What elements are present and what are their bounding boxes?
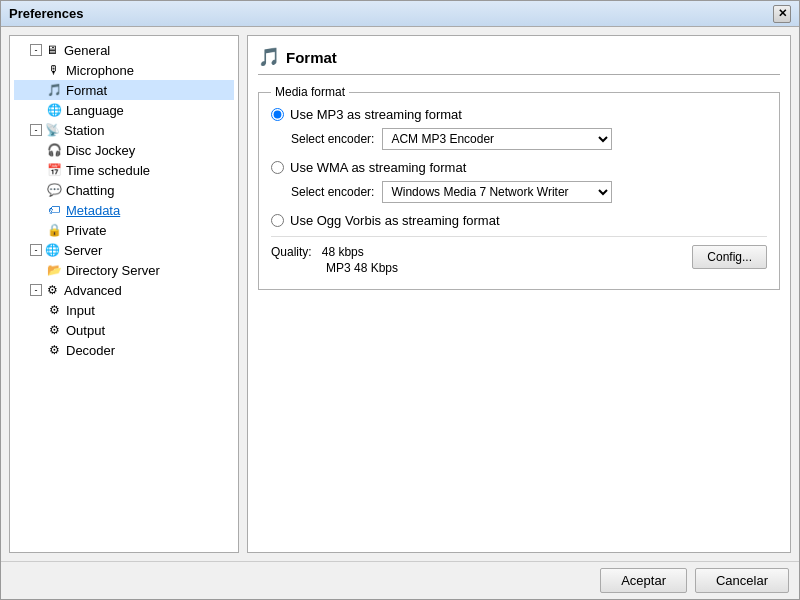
mp3-encoder-label: Select encoder: (291, 132, 374, 146)
sidebar-item-private[interactable]: 🔒 Private (14, 220, 234, 240)
advanced-icon: ⚙ (44, 282, 60, 298)
sidebar-label-station: Station (64, 123, 104, 138)
sidebar-label-format: Format (66, 83, 107, 98)
time-schedule-icon: 📅 (46, 162, 62, 178)
mp3-radio-row: Use MP3 as streaming format (271, 107, 767, 122)
close-button[interactable]: ✕ (773, 5, 791, 23)
sidebar-label-metadata: Metadata (66, 203, 120, 218)
sidebar-item-advanced[interactable]: - ⚙ Advanced (14, 280, 234, 300)
ogg-radio-row: Use Ogg Vorbis as streaming format (271, 213, 767, 228)
sidebar-label-language: Language (66, 103, 124, 118)
expand-station[interactable]: - (30, 124, 42, 136)
sidebar-item-decoder[interactable]: ⚙ Decoder (14, 340, 234, 360)
group-legend: Media format (271, 85, 349, 99)
sidebar-label-private: Private (66, 223, 106, 238)
disc-jockey-icon: 🎧 (46, 142, 62, 158)
quality-kbps: Quality: 48 kbps (271, 245, 398, 259)
microphone-icon: 🎙 (46, 62, 62, 78)
preferences-window: Preferences ✕ - 🖥 General 🎙 Microphone 🎵… (0, 0, 800, 600)
station-icon: 📡 (44, 122, 60, 138)
wma-encoder-select[interactable]: Windows Media 7 Network Writer Windows M… (382, 181, 612, 203)
input-icon: ⚙ (46, 302, 62, 318)
sidebar-item-time-schedule[interactable]: 📅 Time schedule (14, 160, 234, 180)
wma-radio-row: Use WMA as streaming format (271, 160, 767, 175)
content-area: - 🖥 General 🎙 Microphone 🎵 Format 🌐 Lang… (1, 27, 799, 561)
aceptar-button[interactable]: Aceptar (600, 568, 687, 593)
quality-value: 48 kbps (322, 245, 364, 259)
mp3-encoder-row: Select encoder: ACM MP3 Encoder Lame MP3… (291, 128, 767, 150)
sidebar-item-metadata[interactable]: 🏷 Metadata (14, 200, 234, 220)
quality-label: Quality: (271, 245, 312, 259)
sidebar-item-station[interactable]: - 📡 Station (14, 120, 234, 140)
main-panel: 🎵 Format Media format Use MP3 as streami… (247, 35, 791, 553)
quality-detail: MP3 48 Kbps (271, 261, 398, 275)
expand-advanced[interactable]: - (30, 284, 42, 296)
sidebar-label-directory-server: Directory Server (66, 263, 160, 278)
sidebar-item-microphone[interactable]: 🎙 Microphone (14, 60, 234, 80)
sidebar: - 🖥 General 🎙 Microphone 🎵 Format 🌐 Lang… (9, 35, 239, 553)
sidebar-item-input[interactable]: ⚙ Input (14, 300, 234, 320)
expand-general[interactable]: - (30, 44, 42, 56)
cancelar-button[interactable]: Cancelar (695, 568, 789, 593)
sidebar-label-general: General (64, 43, 110, 58)
titlebar: Preferences ✕ (1, 1, 799, 27)
panel-title-text: Format (286, 49, 337, 66)
sidebar-item-chatting[interactable]: 💬 Chatting (14, 180, 234, 200)
sidebar-item-language[interactable]: 🌐 Language (14, 100, 234, 120)
mp3-radio-label[interactable]: Use MP3 as streaming format (290, 107, 462, 122)
sidebar-item-directory-server[interactable]: 📂 Directory Server (14, 260, 234, 280)
decoder-icon: ⚙ (46, 342, 62, 358)
sidebar-item-format[interactable]: 🎵 Format (14, 80, 234, 100)
private-icon: 🔒 (46, 222, 62, 238)
sidebar-label-output: Output (66, 323, 105, 338)
mp3-encoder-select[interactable]: ACM MP3 Encoder Lame MP3 Encoder (382, 128, 612, 150)
general-icon: 🖥 (44, 42, 60, 58)
sidebar-label-disc-jockey: Disc Jockey (66, 143, 135, 158)
expand-server[interactable]: - (30, 244, 42, 256)
sidebar-label-microphone: Microphone (66, 63, 134, 78)
radio-mp3[interactable] (271, 108, 284, 121)
sidebar-label-decoder: Decoder (66, 343, 115, 358)
radio-ogg[interactable] (271, 214, 284, 227)
format-icon: 🎵 (46, 82, 62, 98)
panel-title: 🎵 Format (258, 46, 780, 75)
sidebar-label-advanced: Advanced (64, 283, 122, 298)
output-icon: ⚙ (46, 322, 62, 338)
sidebar-item-output[interactable]: ⚙ Output (14, 320, 234, 340)
server-icon: 🌐 (44, 242, 60, 258)
window-title: Preferences (9, 6, 83, 21)
config-button[interactable]: Config... (692, 245, 767, 269)
quality-info: Quality: 48 kbps MP3 48 Kbps (271, 245, 398, 277)
wma-radio-label[interactable]: Use WMA as streaming format (290, 160, 466, 175)
sidebar-item-server[interactable]: - 🌐 Server (14, 240, 234, 260)
quality-section: Quality: 48 kbps MP3 48 Kbps Config... (271, 236, 767, 277)
bottom-bar: Aceptar Cancelar (1, 561, 799, 599)
directory-server-icon: 📂 (46, 262, 62, 278)
ogg-radio-label[interactable]: Use Ogg Vorbis as streaming format (290, 213, 500, 228)
sidebar-item-general[interactable]: - 🖥 General (14, 40, 234, 60)
panel-title-icon: 🎵 (258, 46, 280, 68)
sidebar-label-input: Input (66, 303, 95, 318)
metadata-icon: 🏷 (46, 202, 62, 218)
radio-wma[interactable] (271, 161, 284, 174)
sidebar-label-chatting: Chatting (66, 183, 114, 198)
sidebar-label-server: Server (64, 243, 102, 258)
wma-encoder-label: Select encoder: (291, 185, 374, 199)
wma-encoder-row: Select encoder: Windows Media 7 Network … (291, 181, 767, 203)
sidebar-label-time-schedule: Time schedule (66, 163, 150, 178)
language-icon: 🌐 (46, 102, 62, 118)
media-format-group: Media format Use MP3 as streaming format… (258, 85, 780, 290)
chatting-icon: 💬 (46, 182, 62, 198)
sidebar-item-disc-jockey[interactable]: 🎧 Disc Jockey (14, 140, 234, 160)
